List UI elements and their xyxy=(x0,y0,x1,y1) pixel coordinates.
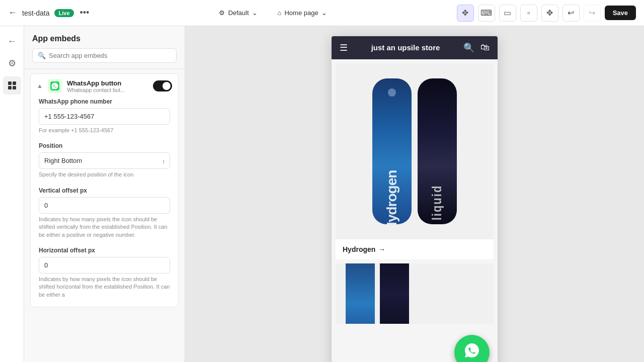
back-icon[interactable]: ← xyxy=(8,8,17,18)
homepage-label: Home page xyxy=(284,9,318,17)
snowboard-text-1: Hydrogen xyxy=(384,170,400,224)
svg-rect-1 xyxy=(13,81,16,85)
snowboard-detail xyxy=(388,88,396,97)
position-group: Position Right Bottom Left Bottom Right … xyxy=(39,142,170,178)
product-title-1[interactable]: Hydrogen → xyxy=(343,245,487,253)
snowboard-blue: Hydrogen xyxy=(372,78,412,224)
apps-button[interactable]: ✥ xyxy=(541,5,558,22)
home-icon: ⌂ xyxy=(278,9,282,17)
site-name: test-data xyxy=(22,9,49,17)
embed-form: WhatsApp phone number For example +1 555… xyxy=(31,98,178,299)
vertical-hint: Indicates by how many pixels the icon sh… xyxy=(39,216,170,239)
horizontal-offset-group: Horizontal offset px Indicates by how ma… xyxy=(39,247,170,299)
store-name: just an upsile store xyxy=(371,43,440,52)
store-search-icon[interactable]: 🔍 xyxy=(463,42,474,53)
homepage-button[interactable]: ⌂ Home page ⌄ xyxy=(274,7,331,19)
product-card-2 xyxy=(336,263,494,324)
phone-input[interactable] xyxy=(39,108,170,125)
product-card-1: Hydrogen liquid Hydrogen → xyxy=(336,63,494,259)
embed-name: WhatsApp button xyxy=(67,79,148,87)
position-select[interactable]: Right Bottom Left Bottom Right Top Left … xyxy=(39,152,170,169)
default-icon: ⚙ xyxy=(219,9,225,17)
nav-back-icon[interactable]: ← xyxy=(3,32,21,50)
svg-rect-3 xyxy=(13,86,16,89)
preview-area: ☰ just an upsile store 🔍 🛍 Hydrogen xyxy=(185,26,644,362)
embed-info: WhatsApp button Whatsapp contact but... xyxy=(67,79,148,93)
search-bar: 🔍 xyxy=(32,48,177,63)
snowboard-text-2: liquid xyxy=(429,185,445,221)
snowboard-small-dark xyxy=(380,263,409,324)
sidebar-title: App embeds xyxy=(32,34,177,43)
embed-item-header: ▲ WhatsApp button Whatsapp contact but..… xyxy=(31,74,178,98)
svg-rect-0 xyxy=(8,81,12,85)
whatsapp-chat-icon xyxy=(462,340,482,363)
horizontal-label: Horizontal offset px xyxy=(39,247,170,254)
snowboard-container: Hydrogen liquid xyxy=(362,63,467,239)
top-header: ← test-data Live ••• ⚙ Default ⌄ ⌂ Home … xyxy=(0,0,644,26)
horizontal-hint: Indicates by how many pixels the icon sh… xyxy=(39,276,170,299)
mobile-view-button[interactable]: ▫ xyxy=(520,5,537,22)
cursor-tool-button[interactable]: ✥ xyxy=(457,5,474,22)
icon-nav: ← ⚙ xyxy=(0,26,24,362)
phone-label: WhatsApp phone number xyxy=(39,98,170,105)
main-layout: ← ⚙ App embeds 🔍 ▲ xyxy=(0,26,644,362)
embed-description: Whatsapp contact but... xyxy=(67,87,148,93)
default-chevron-icon: ⌄ xyxy=(252,9,258,17)
svg-rect-2 xyxy=(8,86,12,89)
product-info-1: Hydrogen → xyxy=(336,239,494,259)
snowboard-small-blue xyxy=(346,263,375,324)
embed-toggle[interactable] xyxy=(153,80,172,92)
nav-settings-icon[interactable]: ⚙ xyxy=(3,54,21,72)
horizontal-input[interactable] xyxy=(39,257,170,274)
product-image-area-2 xyxy=(336,263,494,324)
header-left-group: ← test-data Live ••• xyxy=(8,8,89,18)
live-badge: Live xyxy=(54,9,73,17)
position-hint: Specify the desired position of the icon xyxy=(39,171,170,178)
vertical-input[interactable] xyxy=(39,197,170,214)
store-menu-icon[interactable]: ☰ xyxy=(340,42,348,53)
product-name-1: Hydrogen xyxy=(343,245,375,253)
default-button[interactable]: ⚙ Default ⌄ xyxy=(215,7,261,19)
mobile-preview-frame: ☰ just an upsile store 🔍 🛍 Hydrogen xyxy=(332,36,498,362)
header-center-group: ⚙ Default ⌄ ⌂ Home page ⌄ xyxy=(95,7,450,19)
whatsapp-bubble[interactable] xyxy=(454,335,490,362)
store-header: ☰ just an upsile store 🔍 🛍 xyxy=(332,36,498,59)
whatsapp-embed-item: ▲ WhatsApp button Whatsapp contact but..… xyxy=(30,73,179,307)
search-input[interactable] xyxy=(49,52,171,59)
more-icon[interactable]: ••• xyxy=(80,8,90,18)
homepage-chevron-icon: ⌄ xyxy=(321,9,327,17)
sidebar-content: ▲ WhatsApp button Whatsapp contact but..… xyxy=(24,69,185,362)
product-image-area-1: Hydrogen liquid xyxy=(336,63,494,239)
embed-collapse-button[interactable]: ▲ xyxy=(37,82,43,89)
redo-button[interactable]: ↪ xyxy=(584,5,601,22)
vertical-label: Vertical offset px xyxy=(39,187,170,194)
search-icon: 🔍 xyxy=(38,52,46,59)
store-icons: 🔍 🛍 xyxy=(463,42,490,53)
embed-whatsapp-icon xyxy=(48,79,62,93)
undo-button[interactable]: ↩ xyxy=(562,5,580,22)
sidebar-header: App embeds 🔍 xyxy=(24,26,185,69)
desktop-view-button[interactable]: ⌨ xyxy=(478,5,495,22)
save-button[interactable]: Save xyxy=(605,6,636,20)
tablet-view-button[interactable]: ▭ xyxy=(499,5,516,22)
store-content: Hydrogen liquid Hydrogen → xyxy=(332,59,498,362)
product-arrow-icon-1: → xyxy=(378,245,385,253)
default-label: Default xyxy=(228,9,249,17)
phone-hint: For example +1 555-123-4567 xyxy=(39,127,170,134)
phone-group: WhatsApp phone number For example +1 555… xyxy=(39,98,170,134)
snowboard-dark: liquid xyxy=(418,78,457,224)
position-select-wrap: Right Bottom Left Bottom Right Top Left … xyxy=(39,152,170,169)
vertical-offset-group: Vertical offset px Indicates by how many… xyxy=(39,187,170,239)
sidebar-panel: App embeds 🔍 ▲ WhatsApp xyxy=(24,26,185,362)
store-cart-icon[interactable]: 🛍 xyxy=(480,42,490,53)
nav-apps-icon[interactable] xyxy=(3,76,21,95)
header-right-group: ✥ ⌨ ▭ ▫ ✥ ↩ ↪ Save xyxy=(457,5,636,22)
position-label: Position xyxy=(39,142,170,149)
